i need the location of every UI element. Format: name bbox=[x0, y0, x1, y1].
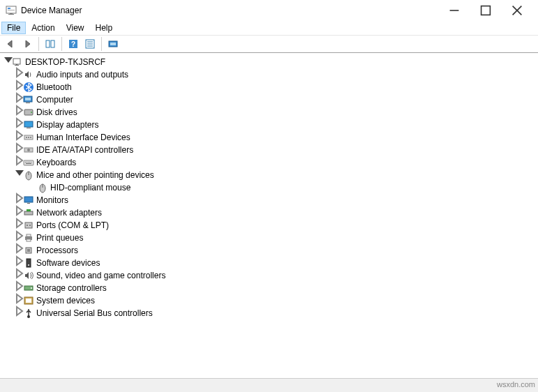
software-icon bbox=[22, 257, 35, 269]
svg-rect-4 bbox=[8, 10, 15, 10]
toolbar-separator bbox=[61, 37, 62, 51]
forward-button[interactable] bbox=[20, 36, 35, 52]
svg-rect-39 bbox=[28, 162, 29, 163]
sound-icon bbox=[22, 270, 35, 281]
svg-rect-20 bbox=[15, 65, 19, 66]
toolbar: ? bbox=[0, 35, 538, 53]
menu-file[interactable]: File bbox=[1, 22, 26, 34]
svg-rect-32 bbox=[28, 137, 29, 138]
svg-rect-58 bbox=[27, 249, 30, 252]
speaker-icon bbox=[22, 69, 35, 80]
category-cpu[interactable]: Processors bbox=[0, 244, 538, 257]
collapse-icon[interactable] bbox=[3, 54, 11, 70]
svg-rect-55 bbox=[27, 234, 31, 236]
svg-rect-3 bbox=[8, 8, 10, 9]
pc-icon bbox=[11, 56, 24, 68]
category-software[interactable]: Software devices bbox=[0, 257, 538, 269]
svg-point-52 bbox=[27, 225, 28, 226]
category-keyboard[interactable]: Keyboards bbox=[0, 156, 538, 169]
category-mouse[interactable]: Mice and other pointing devices bbox=[0, 169, 538, 181]
node-label: Disk drives bbox=[35, 106, 77, 119]
svg-rect-36 bbox=[24, 160, 33, 165]
category-bluetooth[interactable]: Bluetooth bbox=[0, 81, 538, 93]
port-icon bbox=[22, 220, 35, 231]
storage-icon bbox=[22, 282, 35, 294]
system-icon bbox=[22, 295, 35, 306]
category-port[interactable]: Ports (COM & LPT) bbox=[0, 219, 538, 232]
node-label: IDE ATA/ATAPI controllers bbox=[35, 144, 133, 156]
device-tree[interactable]: DESKTOP-TKJSRCFAudio inputs and outputsB… bbox=[0, 53, 538, 378]
category-display[interactable]: Display adapters bbox=[0, 119, 538, 131]
node-label: Processors bbox=[35, 244, 78, 257]
close-button[interactable] bbox=[501, 0, 532, 21]
keyboard-icon bbox=[22, 157, 35, 168]
svg-point-27 bbox=[31, 112, 32, 113]
node-label: Network adapters bbox=[35, 206, 102, 219]
node-label: Computer bbox=[35, 93, 73, 106]
svg-rect-2 bbox=[10, 13, 13, 14]
svg-rect-37 bbox=[25, 162, 26, 163]
root-node[interactable]: DESKTOP-TKJSRCF bbox=[0, 56, 538, 68]
svg-rect-29 bbox=[27, 128, 31, 128]
svg-rect-41 bbox=[31, 162, 31, 163]
display-icon bbox=[22, 119, 35, 130]
device-mouse[interactable]: >HID-compliant mouse bbox=[0, 181, 538, 194]
svg-rect-28 bbox=[24, 121, 33, 127]
svg-point-65 bbox=[27, 315, 30, 318]
category-hid[interactable]: Human Interface Devices bbox=[0, 131, 538, 144]
menu-action[interactable]: Action bbox=[26, 22, 60, 34]
category-speaker[interactable]: Audio inputs and outputs bbox=[0, 68, 538, 81]
category-ide[interactable]: IDE ATA/ATAPI controllers bbox=[0, 144, 538, 156]
monitor-icon bbox=[22, 195, 35, 206]
category-printer[interactable]: Print queues bbox=[0, 232, 538, 244]
bluetooth-icon bbox=[22, 82, 35, 93]
scan-hardware-button[interactable] bbox=[105, 36, 121, 52]
toolbar-separator bbox=[38, 37, 39, 51]
node-label: Ports (COM & LPT) bbox=[35, 219, 109, 232]
toolbar-separator bbox=[101, 37, 102, 51]
printer-icon bbox=[22, 232, 35, 243]
statusbar: wsxdn.com bbox=[0, 378, 538, 392]
node-label: Display adapters bbox=[35, 119, 98, 131]
category-network[interactable]: Network adapters bbox=[0, 206, 538, 219]
back-button[interactable] bbox=[3, 36, 18, 52]
usb-icon bbox=[22, 308, 35, 319]
network-icon bbox=[22, 207, 35, 218]
node-label: Audio inputs and outputs bbox=[35, 68, 128, 81]
svg-rect-64 bbox=[26, 299, 31, 303]
category-computer[interactable]: Computer bbox=[0, 93, 538, 106]
node-label: Human Interface Devices bbox=[35, 131, 130, 144]
category-monitor[interactable]: Monitors bbox=[0, 194, 538, 206]
cpu-icon bbox=[22, 245, 35, 256]
mouse-icon bbox=[22, 169, 35, 181]
titlebar: Device Manager bbox=[0, 0, 538, 21]
svg-rect-40 bbox=[29, 162, 30, 163]
category-usb[interactable]: Universal Serial Bus controllers bbox=[0, 307, 538, 319]
menu-view[interactable]: View bbox=[61, 22, 90, 34]
svg-rect-56 bbox=[27, 239, 31, 241]
category-sound[interactable]: Sound, video and game controllers bbox=[0, 269, 538, 282]
category-storage[interactable]: Storage controllers bbox=[0, 282, 538, 294]
node-label: Keyboards bbox=[35, 156, 76, 169]
show-hide-console-button[interactable] bbox=[43, 36, 58, 52]
minimize-button[interactable] bbox=[438, 0, 470, 21]
svg-point-62 bbox=[31, 287, 32, 289]
node-label: Print queues bbox=[35, 232, 83, 244]
svg-rect-25 bbox=[26, 103, 30, 103]
svg-rect-48 bbox=[27, 203, 30, 204]
svg-point-53 bbox=[29, 225, 31, 226]
maximize-button[interactable] bbox=[470, 0, 501, 21]
window-title: Device Manager bbox=[21, 6, 438, 15]
app-icon bbox=[6, 5, 17, 16]
menu-help[interactable]: Help bbox=[90, 22, 119, 34]
ide-icon bbox=[22, 144, 35, 156]
node-label: Sound, video and game controllers bbox=[35, 269, 165, 282]
help-button[interactable]: ? bbox=[66, 36, 81, 52]
category-disk[interactable]: Disk drives bbox=[0, 106, 538, 119]
svg-rect-18 bbox=[110, 43, 116, 45]
node-label: DESKTOP-TKJSRCF bbox=[24, 56, 105, 68]
properties-button[interactable] bbox=[82, 36, 98, 52]
collapse-icon[interactable] bbox=[14, 167, 22, 183]
expand-icon[interactable] bbox=[14, 306, 22, 321]
category-system[interactable]: System devices bbox=[0, 294, 538, 307]
